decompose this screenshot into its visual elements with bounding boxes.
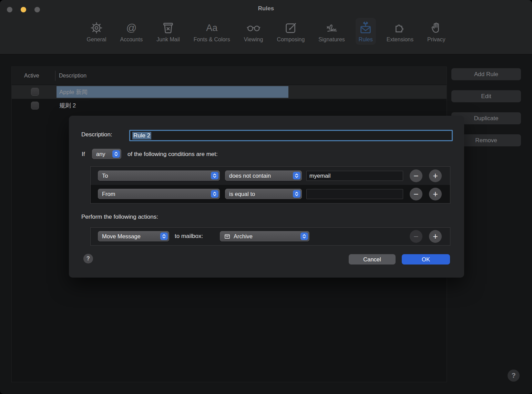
rules-envelope-icon: [359, 20, 372, 36]
add-action-button[interactable]: +: [429, 230, 442, 243]
window-title: Rules: [0, 5, 532, 12]
condition-operator-value: does not contain: [229, 173, 290, 179]
tab-signatures-label: Signatures: [318, 37, 345, 43]
plus-icon: +: [433, 172, 438, 180]
preferences-toolbar: General @ Accounts Junk Mail Aa Font: [0, 18, 532, 45]
tab-extensions-label: Extensions: [387, 37, 413, 43]
titlebar: Rules General @ Accounts: [0, 0, 532, 54]
trash-icon: [161, 20, 175, 36]
tab-composing-label: Composing: [277, 37, 305, 43]
add-rule-label: Add Rule: [474, 71, 498, 78]
condition-value-input[interactable]: [306, 189, 403, 199]
rule-description: Apple 新闻: [59, 88, 88, 96]
ok-label: OK: [422, 256, 430, 263]
cancel-button[interactable]: Cancel: [349, 254, 396, 265]
archive-box-icon: [224, 233, 231, 240]
condition-field-select[interactable]: To: [98, 170, 220, 181]
tab-viewing[interactable]: Viewing: [241, 18, 266, 45]
minus-icon: −: [413, 172, 419, 180]
column-header-description[interactable]: Description: [59, 67, 86, 85]
condition-row-1: To does not contain: [91, 167, 450, 185]
tab-accounts-label: Accounts: [120, 37, 143, 43]
description-label: Description:: [81, 131, 112, 138]
cancel-label: Cancel: [363, 256, 381, 263]
tab-privacy-label: Privacy: [427, 37, 445, 43]
plus-icon: +: [433, 190, 438, 198]
condition-operator-select[interactable]: is equal to: [225, 189, 302, 199]
edit-label: Edit: [481, 93, 491, 100]
if-label: If: [82, 151, 85, 158]
tab-junk-mail-label: Junk Mail: [156, 37, 180, 43]
column-header-active[interactable]: Active: [24, 67, 39, 85]
tab-general-label: General: [87, 37, 106, 43]
add-rule-button[interactable]: Add Rule: [451, 68, 521, 80]
action-type-value: Move Message: [102, 233, 157, 240]
condition-field-value: From: [102, 191, 208, 197]
tab-composing[interactable]: Composing: [274, 18, 308, 45]
condition-operator-value: is equal to: [229, 191, 290, 197]
glasses-icon: [246, 20, 261, 36]
condition-field-select[interactable]: From: [98, 189, 220, 199]
plus-icon: +: [433, 232, 438, 241]
rule-description: 规则 2: [59, 99, 76, 113]
window-help-button[interactable]: ?: [508, 370, 520, 382]
remove-action-button: −: [410, 230, 422, 243]
at-icon: @: [126, 20, 136, 36]
remove-condition-button[interactable]: −: [410, 169, 422, 182]
table-row-apple-news[interactable]: Apple 新闻: [12, 85, 447, 99]
question-mark-icon: ?: [86, 256, 90, 262]
add-condition-button[interactable]: +: [429, 169, 442, 182]
tab-rules-label: Rules: [359, 37, 373, 43]
signature-icon: [325, 20, 339, 36]
rule-active-checkbox[interactable]: [31, 102, 39, 110]
tab-rules[interactable]: Rules: [356, 18, 376, 45]
tab-viewing-label: Viewing: [244, 37, 263, 43]
tab-general[interactable]: General: [84, 18, 110, 45]
table-row-rule-2[interactable]: 规则 2: [12, 99, 447, 113]
column-divider[interactable]: [55, 71, 55, 81]
condition-row-2: From is equal to −: [91, 185, 450, 203]
tab-signatures[interactable]: Signatures: [315, 18, 348, 45]
condition-value-input[interactable]: [306, 171, 403, 181]
match-mode-select[interactable]: any: [92, 149, 121, 159]
actions-heading: Perform the following actions:: [81, 214, 158, 220]
condition-operator-select[interactable]: does not contain: [225, 170, 302, 181]
minus-icon: −: [413, 232, 419, 241]
updown-chevron-icon: [112, 150, 120, 158]
tab-privacy[interactable]: Privacy: [424, 18, 448, 45]
description-input[interactable]: Rule 2: [129, 130, 453, 141]
action-type-select[interactable]: Move Message: [98, 231, 169, 241]
conditions-list: To does not contain: [90, 166, 450, 204]
edit-button[interactable]: Edit: [451, 90, 521, 102]
question-mark-icon: ?: [511, 372, 515, 380]
updown-chevron-icon: [160, 232, 168, 240]
tab-accounts[interactable]: @ Accounts: [117, 18, 146, 45]
match-mode-value: any: [96, 151, 110, 157]
updown-chevron-icon: [293, 190, 300, 198]
minus-icon: −: [413, 190, 419, 198]
selected-row-highlight: Apple 新闻: [57, 86, 288, 98]
updown-chevron-icon: [293, 172, 300, 179]
updown-chevron-icon: [211, 190, 218, 198]
description-value-selected-text: Rule 2: [132, 132, 151, 139]
mailbox-value: Archive: [234, 233, 298, 240]
tab-fonts-colors-label: Fonts & Colors: [194, 37, 230, 43]
tab-fonts-colors[interactable]: Aa Fonts & Colors: [191, 18, 233, 45]
remove-condition-button[interactable]: −: [410, 188, 422, 200]
compose-icon: [284, 20, 298, 36]
mailbox-select[interactable]: Archive: [220, 231, 309, 241]
gear-icon: [90, 20, 103, 36]
ok-button[interactable]: OK: [402, 254, 450, 265]
condition-field-value: To: [102, 173, 208, 179]
duplicate-label: Duplicate: [474, 115, 499, 122]
sheet-help-button[interactable]: ?: [83, 254, 93, 263]
rule-editor-sheet: Description: Rule 2 If any of the follow…: [69, 116, 464, 278]
conditions-suffix-label: of the following conditions are met:: [127, 151, 218, 158]
add-condition-button[interactable]: +: [429, 188, 442, 200]
rule-active-checkbox[interactable]: [31, 88, 39, 96]
mail-preferences-window: Rules General @ Accounts: [0, 0, 532, 394]
remove-label: Remove: [475, 137, 497, 144]
actions-list: Move Message to mailbox: Archive: [90, 227, 450, 246]
tab-extensions[interactable]: Extensions: [383, 18, 417, 45]
tab-junk-mail[interactable]: Junk Mail: [153, 18, 183, 45]
